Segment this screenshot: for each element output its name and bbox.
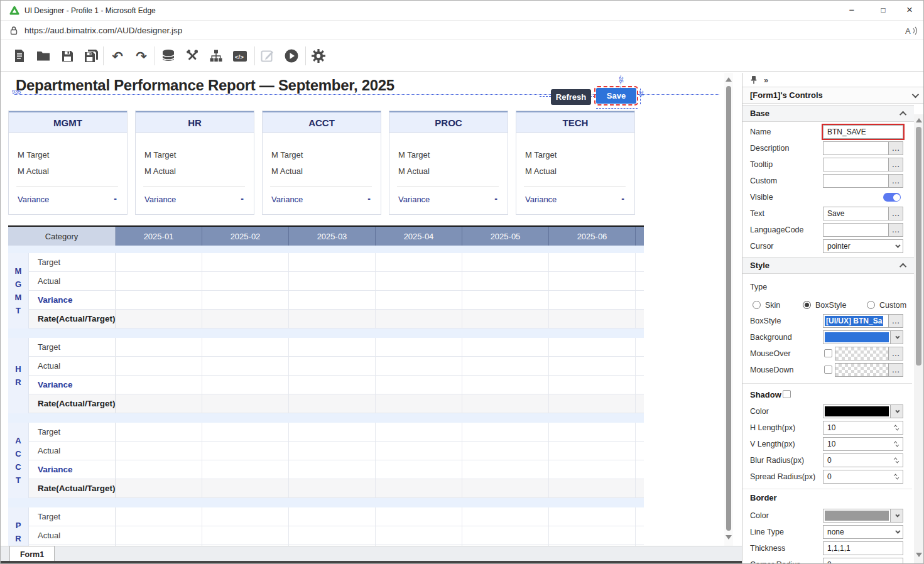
browser-window: UI Designer - Profile 1 - Microsoft Edge… — [0, 0, 924, 564]
month-header: 2025-03 — [289, 227, 376, 246]
pin-icon[interactable] — [750, 75, 758, 84]
dept-card-tech[interactable]: TECH M Target M Actual Variance - — [516, 111, 635, 215]
border-color-picker[interactable] — [823, 509, 903, 523]
prop-row-boxstyle: BoxStyle [UI/UX] BTN_Sa… — [742, 313, 924, 329]
controls-header[interactable]: [Form1]'s Controls — [742, 87, 924, 104]
svg-text:</>: </> — [235, 53, 244, 60]
close-button[interactable]: × — [895, 1, 924, 21]
boxstyle-input[interactable]: [UI/UX] BTN_Sa — [823, 314, 888, 328]
ellipsis-button[interactable]: … — [888, 141, 903, 155]
new-document-icon[interactable] — [10, 47, 29, 65]
code-icon[interactable]: </> — [231, 47, 249, 65]
ellipsis-button[interactable]: … — [888, 223, 903, 237]
run-icon[interactable] — [282, 47, 301, 65]
scroll-up-icon[interactable] — [726, 77, 732, 82]
ellipsis-button[interactable]: … — [888, 314, 903, 328]
mousedown-color-swatch[interactable] — [835, 363, 888, 377]
hlength-spinner[interactable]: 10 — [823, 421, 903, 435]
visible-toggle-on[interactable] — [883, 193, 901, 202]
card-target-label: M Target — [525, 150, 557, 160]
ellipsis-button[interactable]: … — [888, 174, 903, 188]
save-button-selected[interactable]: Save — [596, 88, 636, 104]
cursor-select[interactable]: pointer — [823, 239, 903, 253]
background-color-picker[interactable] — [823, 330, 903, 344]
database-icon[interactable] — [159, 47, 178, 65]
prop-row-spread: Spread Radius(px) 0 — [742, 469, 924, 485]
ellipsis-button[interactable]: … — [888, 207, 903, 220]
scrollbar-thumb[interactable] — [726, 86, 731, 531]
scroll-up-icon[interactable] — [916, 118, 922, 122]
table-row-variance: Variance — [29, 291, 644, 310]
card-actual-label: M Actual — [398, 166, 430, 176]
table-row: Target — [29, 423, 644, 442]
dept-card-acct[interactable]: ACCT M Target M Actual Variance - — [262, 111, 381, 215]
base-section-header[interactable]: Base — [742, 105, 914, 122]
text-input[interactable]: Save — [823, 207, 888, 220]
border-label: Border — [750, 493, 777, 502]
report-title: Departmental Performance Report — Septem… — [16, 77, 394, 94]
description-input[interactable] — [823, 141, 888, 155]
open-folder-icon[interactable] — [34, 47, 53, 65]
refresh-button[interactable]: Refresh — [551, 89, 591, 105]
style-section-header[interactable]: Style — [742, 257, 914, 274]
shadow-checkbox[interactable] — [783, 390, 791, 398]
save-all-icon[interactable] — [82, 47, 101, 65]
save-icon[interactable] — [58, 47, 77, 65]
radio-custom[interactable]: Custom — [867, 299, 906, 310]
performance-table[interactable]: Category 2025-01 2025-02 2025-03 2025-04… — [8, 225, 644, 546]
prop-label: Background — [750, 333, 792, 342]
card-target-label: M Target — [271, 150, 303, 160]
minimize-button[interactable]: − — [837, 1, 866, 21]
form1-tab[interactable]: Form1 — [9, 546, 55, 563]
vlength-spinner[interactable]: 10 — [823, 437, 903, 451]
thickness-input[interactable]: 1,1,1,1 — [823, 541, 903, 555]
languagecode-input[interactable] — [823, 223, 888, 237]
type-radio-group: Skin BoxStyle Custom — [742, 298, 912, 310]
redo-icon[interactable]: ↷ — [132, 47, 151, 65]
ellipsis-button[interactable]: … — [888, 347, 903, 361]
ellipsis-button[interactable]: … — [888, 158, 903, 171]
settings-gear-icon[interactable] — [309, 47, 328, 65]
dept-card-mgmt[interactable]: MGMT M Target M Actual Variance - — [8, 111, 128, 215]
custom-input[interactable] — [823, 174, 888, 188]
panel-scrollbar[interactable] — [914, 114, 923, 563]
mousedown-checkbox[interactable] — [824, 366, 832, 374]
tools-icon[interactable] — [183, 47, 202, 65]
card-divider — [524, 186, 626, 187]
name-input[interactable]: BTN_SAVE — [823, 125, 903, 139]
guide-line-bottom — [596, 108, 638, 109]
table-row-rate: Rate(Actual/Target) — [29, 310, 644, 328]
tooltip-input[interactable] — [823, 158, 888, 171]
blur-spinner[interactable]: 0 — [823, 453, 903, 467]
scrollbar-thumb[interactable] — [916, 127, 921, 366]
mouseover-checkbox[interactable] — [824, 349, 832, 357]
ellipsis-button[interactable]: … — [888, 363, 903, 377]
url-text[interactable]: https://aud.bimatrix.com/AUD/designer.js… — [24, 26, 182, 35]
radio-skin[interactable]: Skin — [753, 299, 780, 310]
lock-icon[interactable] — [9, 26, 18, 35]
chevron-down-icon — [890, 509, 903, 522]
mouseover-color-swatch[interactable] — [835, 347, 888, 361]
scroll-down-icon[interactable] — [916, 553, 922, 557]
scroll-down-icon[interactable] — [726, 535, 732, 540]
edit-icon[interactable] — [258, 47, 277, 65]
collapse-panel-icon[interactable]: » — [764, 75, 768, 85]
spread-spinner[interactable]: 0 — [823, 470, 903, 484]
spin-down-icon — [896, 427, 900, 431]
table-group-hr: HR Target Actual Variance Rate(Actual/Ta… — [8, 338, 644, 413]
prop-label: MouseOver — [750, 349, 791, 358]
radio-boxstyle-selected[interactable]: BoxStyle — [803, 299, 846, 310]
shadow-color-picker[interactable] — [823, 404, 903, 418]
linetype-select[interactable]: none — [823, 525, 903, 539]
maximize-button[interactable]: □ — [869, 1, 898, 21]
undo-icon[interactable]: ↶ — [108, 47, 127, 65]
read-aloud-icon[interactable]: A — [905, 26, 918, 36]
dept-card-hr[interactable]: HR M Target M Actual Variance - — [135, 111, 254, 215]
table-row: Actual — [29, 357, 644, 376]
dept-card-proc[interactable]: PROC M Target M Actual Variance - — [389, 111, 508, 215]
canvas-scrollbar[interactable] — [724, 73, 733, 546]
card-variance-label: Variance — [271, 195, 303, 204]
design-canvas[interactable]: Departmental Performance Report — Septem… — [8, 73, 724, 546]
hierarchy-icon[interactable] — [207, 47, 226, 65]
corner-radius-input[interactable]: 3 — [823, 558, 903, 564]
